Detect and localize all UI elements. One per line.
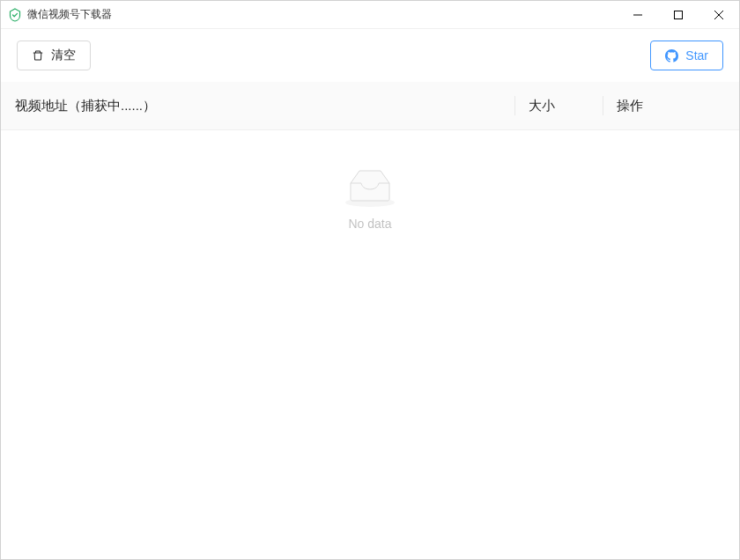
- table-header-size: 大小: [514, 98, 603, 114]
- clear-button[interactable]: 清空: [17, 41, 91, 70]
- table-header-action: 操作: [603, 98, 739, 114]
- app-window: 微信视频号下载器 清空: [0, 0, 740, 560]
- clear-icon: [32, 49, 44, 62]
- toolbar: 清空 Star: [1, 29, 739, 82]
- table-header-url: 视频地址（捕获中......）: [1, 98, 514, 114]
- empty-inbox-icon: [342, 166, 398, 208]
- titlebar-left: 微信视频号下载器: [8, 7, 112, 22]
- window-controls: [618, 1, 739, 28]
- empty-text: No data: [348, 217, 391, 231]
- github-icon: [665, 49, 678, 63]
- svg-rect-1: [675, 11, 683, 18]
- app-icon: [8, 8, 22, 22]
- app-title: 微信视频号下载器: [27, 7, 112, 22]
- titlebar: 微信视频号下载器: [1, 1, 739, 29]
- maximize-button[interactable]: [658, 1, 699, 28]
- empty-state: No data: [1, 130, 739, 231]
- star-button[interactable]: Star: [650, 41, 723, 70]
- table-header: 视频地址（捕获中......） 大小 操作: [1, 82, 739, 130]
- minimize-button[interactable]: [618, 1, 658, 28]
- clear-button-label: 清空: [51, 48, 76, 63]
- close-button[interactable]: [699, 1, 739, 28]
- star-button-label: Star: [685, 48, 708, 63]
